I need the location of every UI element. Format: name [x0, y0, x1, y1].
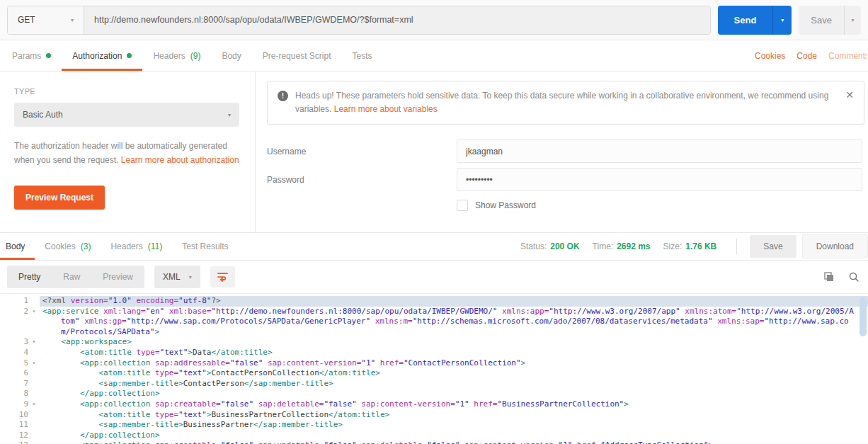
download-response-button[interactable]: Download	[802, 234, 868, 258]
fold-spacer	[28, 368, 40, 379]
time-label: Time:	[593, 241, 614, 251]
wrap-lines-button[interactable]	[210, 266, 235, 288]
type-label: TYPE	[14, 87, 239, 96]
tab-tests[interactable]: Tests	[341, 40, 382, 71]
learn-more-variables-link[interactable]: Learn more about variables	[334, 104, 438, 114]
send-button-group: Send ▾	[718, 6, 792, 35]
code-text[interactable]: <app:collection sap:addressable="false" …	[40, 358, 868, 369]
code-text[interactable]: <app:collection sap:creatable="false" sa…	[40, 399, 868, 410]
response-tab-test-results[interactable]: Test Results	[172, 233, 238, 260]
learn-more-authorization-link[interactable]: Learn more about authorization	[121, 155, 239, 165]
tab-params-label: Params	[12, 51, 41, 61]
code-text[interactable]: <sap:member-title>ContactPerson</sap:mem…	[40, 379, 868, 389]
fold-caret-icon[interactable]: ▾	[28, 358, 40, 369]
auth-details-column: ! Heads up! These parameters hold sensit…	[256, 72, 868, 232]
code-text[interactable]: </app:collection>	[40, 389, 868, 399]
preview-request-button[interactable]: Preview Request	[14, 186, 105, 210]
code-lines: 1<?xml version="1.0" encoding="utf-8"?>2…	[0, 296, 868, 444]
password-row: Password	[267, 168, 862, 191]
fold-caret-icon[interactable]: ▾	[28, 440, 40, 444]
fold-caret-icon[interactable]: ▾	[28, 399, 40, 410]
code-text[interactable]: <app:service xml:lang="en" xml:base="htt…	[40, 307, 868, 338]
code-line: 6 <atom:title type="text">ContactPersonC…	[0, 368, 868, 379]
cookies-link[interactable]: Cookies	[755, 51, 785, 61]
fold-spacer	[28, 348, 40, 358]
show-password-row: Show Password	[457, 200, 862, 211]
response-language-select[interactable]: XML ▾	[154, 266, 200, 288]
search-response-button[interactable]	[848, 271, 860, 283]
code-text[interactable]: <app:collection sap:creatable="false" sa…	[40, 440, 868, 444]
chevron-down-icon: ▾	[228, 112, 231, 118]
code-gutter: 9▾	[0, 399, 40, 410]
code-link[interactable]: Code	[796, 51, 817, 61]
view-mode-preview[interactable]: Preview	[91, 266, 144, 288]
auth-type-column: TYPE Basic Auth ▾ The authorization head…	[0, 72, 256, 232]
tab-headers[interactable]: Headers (9)	[142, 40, 211, 71]
save-button-group: Save ▾	[799, 6, 861, 35]
send-button[interactable]: Send	[718, 6, 773, 35]
save-options-button[interactable]: ▾	[844, 6, 861, 35]
authorization-panel: TYPE Basic Auth ▾ The authorization head…	[0, 72, 868, 233]
line-number: 5	[0, 358, 28, 369]
line-number: 1	[0, 296, 28, 307]
code-text[interactable]: <?xml version="1.0" encoding="utf-8"?>	[40, 296, 868, 307]
fold-caret-icon[interactable]: ▾	[28, 307, 40, 338]
code-gutter: 1	[0, 296, 40, 307]
view-mode-raw[interactable]: Raw	[52, 266, 91, 288]
method-select[interactable]: GET ▾	[8, 6, 84, 34]
auth-type-select[interactable]: Basic Auth ▾	[14, 103, 239, 127]
line-number: 10	[0, 410, 28, 421]
line-number: 4	[0, 348, 28, 358]
status-value: 200 OK	[550, 241, 579, 251]
password-field[interactable]	[457, 168, 862, 191]
code-gutter: 8	[0, 389, 40, 399]
fold-caret-icon[interactable]: ▾	[28, 337, 40, 348]
save-button[interactable]: Save	[799, 6, 844, 35]
response-tab-body[interactable]: Body	[0, 233, 35, 260]
tab-params[interactable]: Params	[1, 40, 62, 71]
line-number: 12	[0, 431, 28, 441]
response-tab-headers[interactable]: Headers (11)	[101, 233, 172, 260]
code-line: 10 <atom:title type="text">BusinessPartn…	[0, 410, 868, 421]
line-number: 2	[0, 307, 28, 338]
copy-response-button[interactable]	[823, 271, 834, 283]
code-text[interactable]: <atom:title type="text">Data</atom:title…	[40, 348, 868, 358]
response-tab-cookies-label: Cookies	[45, 241, 75, 251]
vertical-scrollbar[interactable]	[860, 297, 867, 336]
code-gutter: 12	[0, 431, 40, 441]
response-meta: Status: 200 OK Time: 2692 ms Size: 1.76 …	[520, 233, 868, 260]
line-number: 9	[0, 399, 28, 410]
show-password-checkbox[interactable]	[457, 200, 468, 211]
code-gutter: 11	[0, 420, 40, 431]
response-viewer-toolbar: Pretty Raw Preview XML ▾	[0, 261, 868, 294]
line-number: 11	[0, 420, 28, 431]
code-text[interactable]: </app:collection>	[40, 431, 868, 441]
code-text[interactable]: <atom:title type="text">ContactPersonCol…	[40, 368, 868, 379]
response-tab-cookies[interactable]: Cookies (3)	[35, 233, 101, 260]
tab-body[interactable]: Body	[211, 40, 251, 71]
response-headers-count-badge: (11)	[148, 241, 162, 251]
tab-authorization[interactable]: Authorization	[62, 40, 142, 71]
time-value: 2692 ms	[617, 241, 650, 251]
code-line: 12 </app:collection>	[0, 431, 868, 441]
view-mode-pretty[interactable]: Pretty	[7, 266, 52, 288]
code-text[interactable]: <atom:title type="text">BusinessPartnerC…	[40, 410, 868, 421]
size-label: Size:	[663, 241, 683, 251]
url-input[interactable]	[84, 6, 710, 34]
response-body-viewer[interactable]: 1<?xml version="1.0" encoding="utf-8"?>2…	[0, 294, 868, 444]
send-options-button[interactable]: ▾	[772, 6, 792, 35]
show-password-label: Show Password	[475, 200, 536, 210]
username-label: Username	[267, 147, 457, 156]
code-text[interactable]: <sap:member-title>BusinessPartner</sap:m…	[40, 420, 868, 431]
code-line: 5▾ <app:collection sap:addressable="fals…	[0, 358, 868, 369]
code-line: 7 <sap:member-title>ContactPerson</sap:m…	[0, 379, 868, 389]
username-field[interactable]	[457, 140, 862, 163]
comments-link[interactable]: Comments (0)	[828, 51, 867, 61]
code-text[interactable]: <app:workspace>	[40, 337, 868, 348]
code-gutter: 10	[0, 410, 40, 421]
close-icon[interactable]: ✕	[845, 89, 854, 101]
fold-spacer	[28, 431, 40, 441]
save-response-button[interactable]: Save	[750, 235, 796, 258]
username-row: Username	[267, 140, 862, 163]
tab-prerequest-script[interactable]: Pre-request Script	[252, 40, 342, 71]
